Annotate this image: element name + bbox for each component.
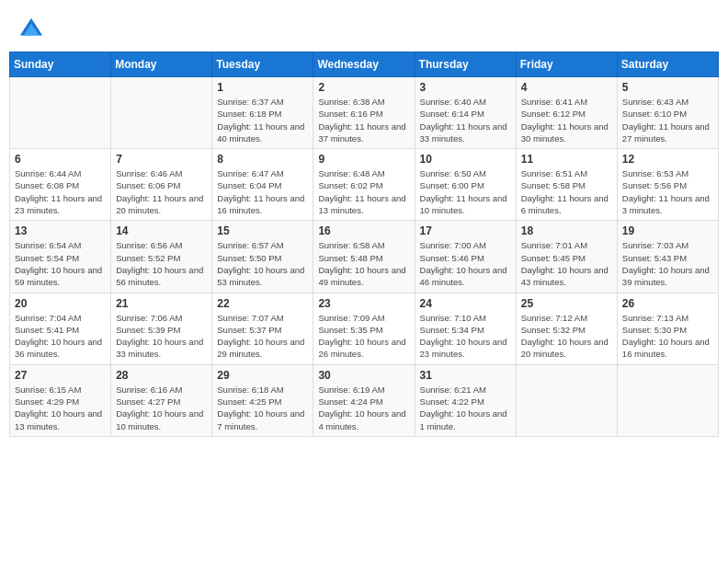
day-info: Sunrise: 6:57 AMSunset: 5:50 PMDaylight:… — [217, 239, 308, 288]
calendar-cell: 11Sunrise: 6:51 AMSunset: 5:58 PMDayligh… — [516, 149, 617, 221]
day-number: 5 — [622, 81, 713, 94]
day-info: Sunrise: 6:21 AMSunset: 4:22 PMDaylight:… — [420, 384, 511, 432]
day-info: Sunrise: 6:40 AMSunset: 6:14 PMDaylight:… — [420, 96, 511, 144]
calendar-cell: 6Sunrise: 6:44 AMSunset: 6:08 PMDaylight… — [10, 149, 111, 221]
day-info: Sunrise: 7:07 AMSunset: 5:37 PMDaylight:… — [217, 312, 308, 361]
day-info: Sunrise: 6:18 AMSunset: 4:25 PMDaylight:… — [217, 384, 308, 432]
day-info: Sunrise: 6:15 AMSunset: 4:29 PMDaylight:… — [15, 384, 106, 432]
weekday-header: Thursday — [415, 52, 516, 77]
day-number: 26 — [622, 297, 713, 310]
day-info: Sunrise: 6:50 AMSunset: 6:00 PMDaylight:… — [420, 167, 511, 216]
day-number: 1 — [217, 81, 308, 94]
day-info: Sunrise: 7:03 AMSunset: 5:43 PMDaylight:… — [622, 239, 713, 288]
day-number: 10 — [420, 153, 511, 166]
calendar-cell — [516, 364, 617, 436]
day-number: 29 — [217, 369, 308, 382]
calendar-week-row: 6Sunrise: 6:44 AMSunset: 6:08 PMDaylight… — [10, 149, 719, 221]
calendar-cell: 2Sunrise: 6:38 AMSunset: 6:16 PMDaylight… — [313, 77, 415, 149]
day-info: Sunrise: 7:12 AMSunset: 5:32 PMDaylight:… — [521, 312, 612, 361]
day-info: Sunrise: 7:10 AMSunset: 5:34 PMDaylight:… — [420, 312, 511, 361]
logo-icon — [18, 17, 44, 42]
weekday-header: Tuesday — [212, 52, 313, 77]
calendar-cell: 19Sunrise: 7:03 AMSunset: 5:43 PMDayligh… — [617, 221, 718, 293]
day-info: Sunrise: 6:41 AMSunset: 6:12 PMDaylight:… — [521, 96, 612, 144]
day-number: 9 — [318, 153, 409, 166]
day-number: 8 — [217, 153, 308, 166]
day-info: Sunrise: 6:38 AMSunset: 6:16 PMDaylight:… — [318, 96, 409, 144]
calendar-cell: 31Sunrise: 6:21 AMSunset: 4:22 PMDayligh… — [415, 364, 516, 436]
day-info: Sunrise: 7:01 AMSunset: 5:45 PMDaylight:… — [521, 239, 612, 288]
day-info: Sunrise: 7:13 AMSunset: 5:30 PMDaylight:… — [622, 312, 713, 361]
page-header — [9, 9, 719, 48]
calendar-table: SundayMondayTuesdayWednesdayThursdayFrid… — [9, 52, 719, 437]
day-number: 21 — [116, 297, 207, 310]
day-number: 31 — [420, 369, 511, 382]
day-info: Sunrise: 7:04 AMSunset: 5:41 PMDaylight:… — [15, 312, 106, 361]
calendar-cell: 27Sunrise: 6:15 AMSunset: 4:29 PMDayligh… — [10, 364, 111, 436]
day-info: Sunrise: 6:19 AMSunset: 4:24 PMDaylight:… — [318, 384, 409, 432]
calendar-cell: 21Sunrise: 7:06 AMSunset: 5:39 PMDayligh… — [111, 293, 212, 364]
day-info: Sunrise: 6:54 AMSunset: 5:54 PMDaylight:… — [15, 239, 106, 288]
calendar-cell — [10, 77, 111, 149]
day-number: 4 — [521, 81, 612, 94]
day-number: 23 — [318, 297, 409, 310]
calendar-cell: 15Sunrise: 6:57 AMSunset: 5:50 PMDayligh… — [212, 221, 313, 293]
day-info: Sunrise: 6:47 AMSunset: 6:04 PMDaylight:… — [217, 167, 308, 216]
day-info: Sunrise: 6:46 AMSunset: 6:06 PMDaylight:… — [116, 167, 207, 216]
day-number: 24 — [420, 297, 511, 310]
calendar-cell: 14Sunrise: 6:56 AMSunset: 5:52 PMDayligh… — [111, 221, 212, 293]
day-number: 14 — [116, 224, 207, 237]
calendar-cell: 8Sunrise: 6:47 AMSunset: 6:04 PMDaylight… — [212, 149, 313, 221]
day-info: Sunrise: 7:09 AMSunset: 5:35 PMDaylight:… — [318, 312, 409, 361]
day-info: Sunrise: 6:58 AMSunset: 5:48 PMDaylight:… — [318, 239, 409, 288]
calendar-week-row: 20Sunrise: 7:04 AMSunset: 5:41 PMDayligh… — [10, 293, 719, 364]
calendar-cell: 26Sunrise: 7:13 AMSunset: 5:30 PMDayligh… — [617, 293, 718, 364]
calendar-cell: 3Sunrise: 6:40 AMSunset: 6:14 PMDaylight… — [415, 77, 516, 149]
calendar-cell: 20Sunrise: 7:04 AMSunset: 5:41 PMDayligh… — [10, 293, 111, 364]
day-info: Sunrise: 7:06 AMSunset: 5:39 PMDaylight:… — [116, 312, 207, 361]
calendar-cell: 18Sunrise: 7:01 AMSunset: 5:45 PMDayligh… — [516, 221, 617, 293]
calendar-cell: 30Sunrise: 6:19 AMSunset: 4:24 PMDayligh… — [313, 364, 415, 436]
day-number: 2 — [318, 81, 409, 94]
day-number: 30 — [318, 369, 409, 382]
day-info: Sunrise: 6:43 AMSunset: 6:10 PMDaylight:… — [622, 96, 713, 144]
calendar-cell — [617, 364, 718, 436]
calendar-week-row: 1Sunrise: 6:37 AMSunset: 6:18 PMDaylight… — [10, 77, 719, 149]
calendar-cell: 5Sunrise: 6:43 AMSunset: 6:10 PMDaylight… — [617, 77, 718, 149]
day-number: 19 — [622, 224, 713, 237]
day-info: Sunrise: 6:44 AMSunset: 6:08 PMDaylight:… — [15, 167, 106, 216]
day-info: Sunrise: 6:48 AMSunset: 6:02 PMDaylight:… — [318, 167, 409, 216]
day-info: Sunrise: 6:53 AMSunset: 5:56 PMDaylight:… — [622, 167, 713, 216]
calendar-cell: 1Sunrise: 6:37 AMSunset: 6:18 PMDaylight… — [212, 77, 313, 149]
day-number: 3 — [420, 81, 511, 94]
calendar-cell: 23Sunrise: 7:09 AMSunset: 5:35 PMDayligh… — [313, 293, 415, 364]
calendar-cell: 24Sunrise: 7:10 AMSunset: 5:34 PMDayligh… — [415, 293, 516, 364]
day-number: 22 — [217, 297, 308, 310]
weekday-header: Sunday — [10, 52, 111, 77]
day-info: Sunrise: 6:51 AMSunset: 5:58 PMDaylight:… — [521, 167, 612, 216]
day-number: 13 — [15, 224, 106, 237]
day-info: Sunrise: 6:37 AMSunset: 6:18 PMDaylight:… — [217, 96, 308, 144]
day-number: 16 — [318, 224, 409, 237]
calendar-cell: 16Sunrise: 6:58 AMSunset: 5:48 PMDayligh… — [313, 221, 415, 293]
calendar-cell: 13Sunrise: 6:54 AMSunset: 5:54 PMDayligh… — [10, 221, 111, 293]
day-number: 25 — [521, 297, 612, 310]
calendar-cell: 10Sunrise: 6:50 AMSunset: 6:00 PMDayligh… — [415, 149, 516, 221]
day-number: 11 — [521, 153, 612, 166]
weekday-header: Wednesday — [313, 52, 415, 77]
day-number: 17 — [420, 224, 511, 237]
calendar-cell — [111, 77, 212, 149]
weekday-header-row: SundayMondayTuesdayWednesdayThursdayFrid… — [10, 52, 719, 77]
calendar-week-row: 27Sunrise: 6:15 AMSunset: 4:29 PMDayligh… — [10, 364, 719, 436]
day-number: 28 — [116, 369, 207, 382]
calendar-cell: 9Sunrise: 6:48 AMSunset: 6:02 PMDaylight… — [313, 149, 415, 221]
calendar-cell: 12Sunrise: 6:53 AMSunset: 5:56 PMDayligh… — [617, 149, 718, 221]
calendar-cell: 7Sunrise: 6:46 AMSunset: 6:06 PMDaylight… — [111, 149, 212, 221]
day-number: 7 — [116, 153, 207, 166]
day-number: 6 — [15, 153, 106, 166]
calendar-cell: 28Sunrise: 6:16 AMSunset: 4:27 PMDayligh… — [111, 364, 212, 436]
weekday-header: Friday — [516, 52, 617, 77]
calendar-week-row: 13Sunrise: 6:54 AMSunset: 5:54 PMDayligh… — [10, 221, 719, 293]
day-number: 20 — [15, 297, 106, 310]
calendar-cell: 17Sunrise: 7:00 AMSunset: 5:46 PMDayligh… — [415, 221, 516, 293]
